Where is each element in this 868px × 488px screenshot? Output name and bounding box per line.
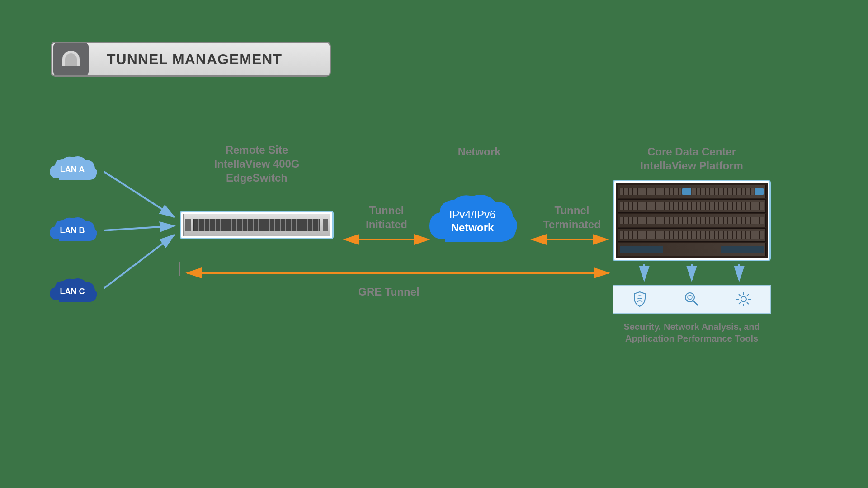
svg-line-18 xyxy=(747,302,749,304)
gre-bracket-left xyxy=(179,262,180,276)
svg-line-10 xyxy=(693,301,698,305)
core-data-center-label: Core Data Center IntellaView Platform xyxy=(613,145,771,173)
tools-box xyxy=(613,285,771,314)
svg-line-0 xyxy=(104,172,174,217)
arrows-chassis-tools xyxy=(635,262,753,285)
tools-label: Security, Network Analysis, and Applicat… xyxy=(604,321,780,344)
lan-c-label: LAN C xyxy=(60,287,85,296)
gear-icon xyxy=(734,290,753,309)
svg-line-2 xyxy=(104,235,174,288)
remote-site-label: Remote Site IntellaView 400G EdgeSwitch xyxy=(180,143,334,185)
arrow-cloud-chassis xyxy=(527,235,613,244)
svg-point-12 xyxy=(741,296,746,302)
svg-line-17 xyxy=(739,294,741,296)
gre-tunnel-label: GRE Tunnel xyxy=(344,285,434,299)
svg-point-11 xyxy=(688,295,692,300)
gre-tunnel-arrow xyxy=(181,268,615,277)
title-bar: TUNNEL MANAGEMENT xyxy=(51,42,331,77)
svg-point-9 xyxy=(685,293,694,302)
svg-line-20 xyxy=(747,294,749,296)
magnify-icon xyxy=(682,290,701,309)
network-cloud-line1: IPv4/IPv6 xyxy=(449,208,496,221)
svg-line-1 xyxy=(104,226,174,230)
lan-c-cloud: LAN C xyxy=(45,276,99,307)
svg-line-19 xyxy=(739,302,741,304)
core-chassis-device xyxy=(613,180,771,261)
lan-a-cloud: LAN A xyxy=(45,154,99,185)
network-section-label: Network xyxy=(434,145,524,159)
tunnel-initiated-label: TunnelInitiated xyxy=(348,203,425,231)
lan-b-label: LAN B xyxy=(60,226,85,235)
lan-a-label: LAN A xyxy=(60,165,85,174)
title-text: TUNNEL MANAGEMENT xyxy=(107,51,282,68)
tunnel-icon xyxy=(53,43,89,75)
network-cloud-line2: Network xyxy=(451,221,494,235)
edge-switch-device xyxy=(180,211,334,239)
tunnel-terminated-label: TunnelTerminated xyxy=(531,203,613,231)
lan-arrows xyxy=(99,167,181,294)
arrow-switch-cloud xyxy=(339,235,434,244)
shield-icon xyxy=(630,290,649,309)
network-cloud: IPv4/IPv6 Network xyxy=(427,192,518,251)
lan-b-cloud: LAN B xyxy=(45,215,99,246)
